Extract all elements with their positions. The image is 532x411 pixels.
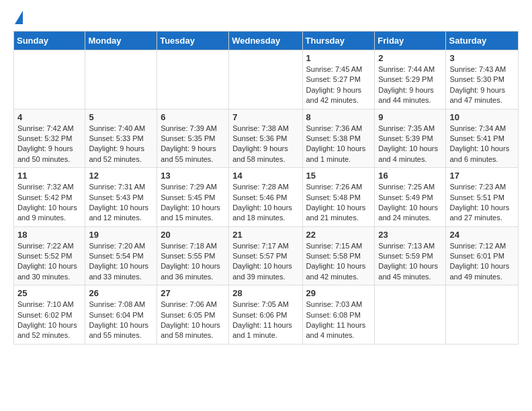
calendar-cell: 18Sunrise: 7:22 AMSunset: 5:52 PMDayligh… (14, 226, 85, 285)
day-info: Sunrise: 7:28 AMSunset: 5:46 PMDaylight:… (232, 182, 298, 224)
day-number: 25 (17, 288, 81, 298)
day-info: Sunrise: 7:08 AMSunset: 6:04 PMDaylight:… (89, 300, 153, 341)
calendar-cell: 15Sunrise: 7:26 AMSunset: 5:48 PMDayligh… (302, 168, 375, 227)
weekday-header-tuesday: Tuesday (157, 32, 229, 50)
day-number: 12 (89, 171, 153, 181)
calendar-body: 1Sunrise: 7:45 AMSunset: 5:27 PMDaylight… (14, 50, 519, 345)
calendar-cell (85, 50, 157, 109)
day-number: 1 (306, 53, 371, 63)
day-info: Sunrise: 7:39 AMSunset: 5:35 PMDaylight:… (161, 124, 225, 165)
calendar-cell: 3Sunrise: 7:43 AMSunset: 5:30 PMDaylight… (446, 50, 519, 109)
calendar-cell (157, 50, 229, 109)
calendar-cell: 8Sunrise: 7:36 AMSunset: 5:38 PMDaylight… (302, 109, 375, 168)
weekday-header-friday: Friday (375, 32, 446, 50)
calendar-cell: 22Sunrise: 7:15 AMSunset: 5:58 PMDayligh… (302, 226, 375, 285)
day-info: Sunrise: 7:36 AMSunset: 5:38 PMDaylight:… (306, 124, 371, 165)
day-number: 8 (306, 112, 371, 122)
day-info: Sunrise: 7:03 AMSunset: 6:08 PMDaylight:… (306, 300, 371, 341)
day-info: Sunrise: 7:23 AMSunset: 5:51 PMDaylight:… (449, 182, 515, 224)
day-number: 20 (161, 230, 225, 240)
calendar-cell: 10Sunrise: 7:34 AMSunset: 5:41 PMDayligh… (446, 109, 519, 168)
day-number: 6 (161, 112, 225, 122)
day-number: 9 (378, 112, 442, 122)
day-number: 17 (449, 171, 515, 181)
day-number: 29 (306, 288, 371, 298)
calendar-cell: 21Sunrise: 7:17 AMSunset: 5:57 PMDayligh… (229, 226, 302, 285)
day-info: Sunrise: 7:15 AMSunset: 5:58 PMDaylight:… (306, 241, 371, 283)
day-info: Sunrise: 7:05 AMSunset: 6:06 PMDaylight:… (232, 300, 298, 341)
calendar-cell: 16Sunrise: 7:25 AMSunset: 5:49 PMDayligh… (375, 168, 446, 227)
week-row-5: 25Sunrise: 7:10 AMSunset: 6:02 PMDayligh… (14, 285, 519, 345)
weekday-header-saturday: Saturday (446, 32, 519, 50)
calendar-cell: 25Sunrise: 7:10 AMSunset: 6:02 PMDayligh… (14, 285, 85, 345)
calendar-cell: 9Sunrise: 7:35 AMSunset: 5:39 PMDaylight… (375, 109, 446, 168)
calendar-cell (229, 50, 302, 109)
day-info: Sunrise: 7:06 AMSunset: 6:05 PMDaylight:… (161, 300, 225, 341)
calendar-cell: 29Sunrise: 7:03 AMSunset: 6:08 PMDayligh… (302, 285, 375, 345)
calendar-cell: 17Sunrise: 7:23 AMSunset: 5:51 PMDayligh… (446, 168, 519, 227)
day-number: 7 (232, 112, 298, 122)
week-row-2: 4Sunrise: 7:42 AMSunset: 5:32 PMDaylight… (14, 109, 519, 168)
day-info: Sunrise: 7:43 AMSunset: 5:30 PMDaylight:… (449, 64, 515, 106)
day-info: Sunrise: 7:34 AMSunset: 5:41 PMDaylight:… (449, 124, 515, 165)
calendar-cell: 23Sunrise: 7:13 AMSunset: 5:59 PMDayligh… (375, 226, 446, 285)
day-number: 23 (378, 230, 442, 240)
day-info: Sunrise: 7:29 AMSunset: 5:45 PMDaylight:… (161, 182, 225, 224)
calendar-cell: 2Sunrise: 7:44 AMSunset: 5:29 PMDaylight… (375, 50, 446, 109)
calendar-cell (14, 50, 85, 109)
day-info: Sunrise: 7:45 AMSunset: 5:27 PMDaylight:… (306, 64, 371, 106)
day-info: Sunrise: 7:25 AMSunset: 5:49 PMDaylight:… (378, 182, 442, 224)
day-info: Sunrise: 7:10 AMSunset: 6:02 PMDaylight:… (17, 300, 81, 341)
calendar-cell (375, 285, 446, 345)
calendar-cell: 13Sunrise: 7:29 AMSunset: 5:45 PMDayligh… (157, 168, 229, 227)
calendar-cell: 14Sunrise: 7:28 AMSunset: 5:46 PMDayligh… (229, 168, 302, 227)
header (13, 11, 519, 24)
day-number: 16 (378, 171, 442, 181)
day-info: Sunrise: 7:32 AMSunset: 5:42 PMDaylight:… (17, 182, 81, 224)
day-number: 10 (449, 112, 515, 122)
day-info: Sunrise: 7:20 AMSunset: 5:54 PMDaylight:… (89, 241, 153, 283)
day-info: Sunrise: 7:35 AMSunset: 5:39 PMDaylight:… (378, 124, 442, 165)
calendar-cell: 5Sunrise: 7:40 AMSunset: 5:33 PMDaylight… (85, 109, 157, 168)
day-number: 24 (449, 230, 515, 240)
calendar-cell: 6Sunrise: 7:39 AMSunset: 5:35 PMDaylight… (157, 109, 229, 168)
week-row-3: 11Sunrise: 7:32 AMSunset: 5:42 PMDayligh… (14, 168, 519, 227)
calendar-cell: 11Sunrise: 7:32 AMSunset: 5:42 PMDayligh… (14, 168, 85, 227)
weekday-header-thursday: Thursday (302, 32, 375, 50)
day-info: Sunrise: 7:38 AMSunset: 5:36 PMDaylight:… (232, 124, 298, 165)
day-number: 22 (306, 230, 371, 240)
day-info: Sunrise: 7:12 AMSunset: 6:01 PMDaylight:… (449, 241, 515, 283)
day-info: Sunrise: 7:31 AMSunset: 5:43 PMDaylight:… (89, 182, 153, 224)
day-number: 18 (17, 230, 81, 240)
day-info: Sunrise: 7:26 AMSunset: 5:48 PMDaylight:… (306, 182, 371, 224)
weekday-header-monday: Monday (85, 32, 157, 50)
day-info: Sunrise: 7:18 AMSunset: 5:55 PMDaylight:… (161, 241, 225, 283)
week-row-1: 1Sunrise: 7:45 AMSunset: 5:27 PMDaylight… (14, 50, 519, 109)
day-info: Sunrise: 7:42 AMSunset: 5:32 PMDaylight:… (17, 124, 81, 165)
calendar: SundayMondayTuesdayWednesdayThursdayFrid… (13, 31, 519, 345)
calendar-cell: 20Sunrise: 7:18 AMSunset: 5:55 PMDayligh… (157, 226, 229, 285)
day-info: Sunrise: 7:13 AMSunset: 5:59 PMDaylight:… (378, 241, 442, 283)
calendar-cell: 4Sunrise: 7:42 AMSunset: 5:32 PMDaylight… (14, 109, 85, 168)
day-info: Sunrise: 7:22 AMSunset: 5:52 PMDaylight:… (17, 241, 81, 283)
day-info: Sunrise: 7:17 AMSunset: 5:57 PMDaylight:… (232, 241, 298, 283)
weekday-header-sunday: Sunday (14, 32, 85, 50)
day-number: 13 (161, 171, 225, 181)
day-number: 14 (232, 171, 298, 181)
weekday-header-wednesday: Wednesday (229, 32, 302, 50)
day-number: 4 (17, 112, 81, 122)
calendar-cell: 28Sunrise: 7:05 AMSunset: 6:06 PMDayligh… (229, 285, 302, 345)
day-number: 19 (89, 230, 153, 240)
weekday-header-row: SundayMondayTuesdayWednesdayThursdayFrid… (14, 32, 519, 50)
day-number: 15 (306, 171, 371, 181)
calendar-cell: 24Sunrise: 7:12 AMSunset: 6:01 PMDayligh… (446, 226, 519, 285)
calendar-cell: 12Sunrise: 7:31 AMSunset: 5:43 PMDayligh… (85, 168, 157, 227)
calendar-cell (446, 285, 519, 345)
day-number: 21 (232, 230, 298, 240)
calendar-cell: 1Sunrise: 7:45 AMSunset: 5:27 PMDaylight… (302, 50, 375, 109)
calendar-cell: 27Sunrise: 7:06 AMSunset: 6:05 PMDayligh… (157, 285, 229, 345)
day-number: 27 (161, 288, 225, 298)
calendar-cell: 26Sunrise: 7:08 AMSunset: 6:04 PMDayligh… (85, 285, 157, 345)
day-info: Sunrise: 7:44 AMSunset: 5:29 PMDaylight:… (378, 64, 442, 106)
day-number: 11 (17, 171, 81, 181)
